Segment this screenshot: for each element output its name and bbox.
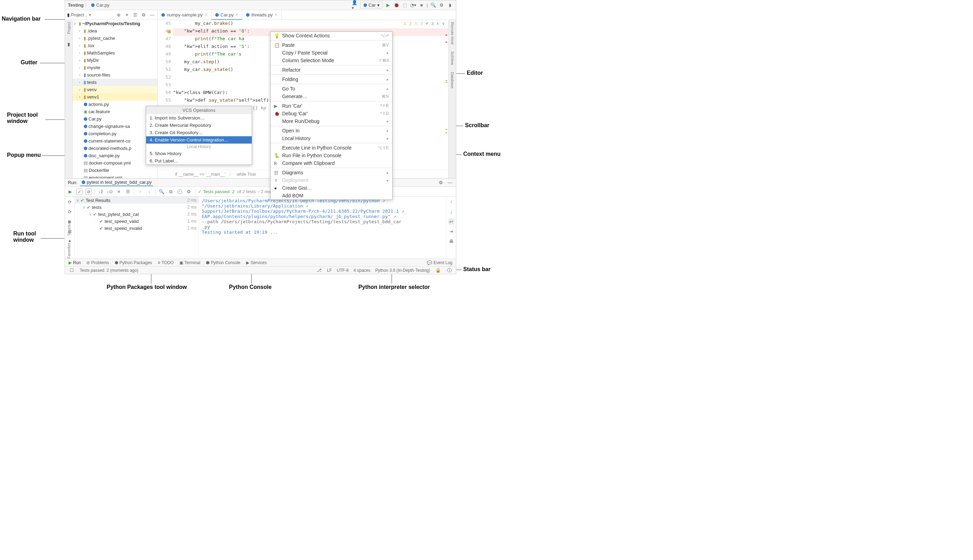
test-row[interactable]: v✔tests2 ms [75, 204, 199, 211]
problems-tool-button[interactable]: ⊘Problems [86, 260, 109, 265]
line-number[interactable]: 52 [158, 74, 173, 82]
tree-item[interactable]: ⬢disc_sample.py [73, 152, 157, 159]
project-tab[interactable]: Project [67, 22, 71, 34]
popup-item[interactable]: 4. Enable Version Control Integration… [146, 136, 252, 143]
context-menu-item[interactable]: Open In▸ [271, 127, 392, 135]
line-number[interactable]: 53 [158, 82, 173, 90]
run-session-tab[interactable]: ⬢ pytest in test_pytest_bdd_car.py [80, 179, 153, 186]
tree-item[interactable]: ›▮.tox [73, 42, 157, 49]
line-number[interactable]: 51 [158, 67, 173, 74]
context-menu-item[interactable]: Column Selection Mode⇧⌘8 [271, 57, 392, 64]
warning-marker[interactable] [445, 129, 447, 130]
scroll-button[interactable]: ⇥ [448, 228, 455, 234]
line-number[interactable]: 55 [158, 97, 173, 105]
context-menu-item[interactable]: Add BOM [271, 192, 392, 200]
line-number[interactable]: 54 [158, 90, 173, 97]
up-button[interactable]: ↑ [448, 199, 455, 205]
tree-item[interactable]: ◉car.feature [73, 108, 157, 115]
stop-button[interactable]: ■ [418, 2, 425, 8]
close-icon[interactable]: ✕ [204, 13, 208, 17]
breadcrumb-project[interactable]: Testing [68, 2, 84, 8]
tree-item[interactable]: ›▮venv1 [73, 93, 157, 101]
tree-item[interactable]: ▤docker-compose.yml [73, 159, 157, 167]
inspection-widget[interactable]: ⚠2 ⚠2 ✔3 ∧ ∨ [403, 21, 445, 26]
status-encoding[interactable]: UTF-8 [337, 268, 349, 273]
tree-item[interactable]: ›▮mysite [73, 64, 157, 71]
search-button[interactable]: 🔍 [430, 2, 436, 8]
breadcrumb[interactable]: Testing 〉 ⬢ Car.py [68, 2, 109, 8]
status-lf[interactable]: LF [327, 268, 332, 273]
tree-item[interactable]: ▤Dockerfile [73, 167, 157, 174]
tree-item[interactable]: ›▮source-files [73, 71, 157, 78]
link-icon[interactable]: ↗ [393, 214, 396, 219]
gear-icon[interactable]: ⚙ [438, 180, 444, 186]
tree-item[interactable]: ›▮.idea [73, 27, 157, 35]
popup-item[interactable]: 2. Create Mercurial Repository [146, 122, 252, 129]
test-row[interactable]: ✔test_speed_invalid1 ms [75, 225, 199, 232]
context-menu-item[interactable]: 💡Show Context Actions⌥⏎ [271, 32, 392, 40]
popup-item[interactable]: 1. Import into Subversion… [146, 114, 252, 122]
lock-icon[interactable]: 🔒 [435, 267, 441, 273]
sort-time-button[interactable]: ↓⊙ [107, 188, 113, 195]
link-icon[interactable]: ↗ [401, 208, 404, 214]
link-icon[interactable]: ↗ [306, 203, 308, 208]
tree-item[interactable]: ›▮MyDir [73, 57, 157, 64]
context-menu-item[interactable]: ⎘Compare with Clipboard [271, 159, 392, 167]
toggle-auto-button[interactable]: ⟳ [67, 208, 73, 215]
chevron-down-icon[interactable]: ▾ [89, 12, 91, 17]
context-menu-item[interactable]: 📋Paste⌘V [271, 41, 392, 49]
run-config-selector[interactable]: ⬢ Car ▾ [360, 2, 383, 8]
tree-item[interactable]: ⬢current-statement-co [73, 137, 157, 145]
down-button[interactable]: ↓ [448, 208, 455, 215]
line-number[interactable]: 49 [158, 52, 173, 59]
profile-button[interactable]: ◔▾ [410, 2, 416, 8]
run-tool-button[interactable]: ▶Run [69, 260, 81, 265]
test-row[interactable]: v✔Test Results2 ms [75, 197, 199, 204]
structure-tab[interactable]: Structure [67, 220, 71, 236]
editor-tab[interactable]: ⬢numpy-sample.py✕ [158, 10, 212, 20]
popup-item[interactable]: 6. Put Label… [146, 157, 252, 165]
context-menu-item[interactable]: Execute Line in Python Console⌥⇧E [271, 144, 392, 152]
toggle-passed-button[interactable]: ✓ [76, 188, 82, 195]
git-icon[interactable]: ⎇ [316, 267, 322, 273]
export-button[interactable]: 🔍 [158, 188, 165, 195]
crumb[interactable]: while True [237, 172, 256, 177]
console-tool-button[interactable]: ⬢Python Console [206, 260, 241, 265]
expand-button[interactable]: ≡ [116, 188, 122, 195]
todo-tool-button[interactable]: ≡TODO [158, 260, 174, 265]
context-menu-item[interactable]: ▶Run 'Car'^⇧R [271, 102, 392, 110]
next-button[interactable]: ↓ [146, 188, 152, 195]
editor-context-menu[interactable]: 💡Show Context Actions⌥⏎📋Paste⌘VCopy / Pa… [270, 32, 393, 200]
tree-item[interactable]: ⬢actions.py [73, 101, 157, 108]
warning-marker[interactable] [445, 132, 447, 133]
breakpoint-icon[interactable] [167, 30, 171, 33]
tree-item[interactable]: ⬢change-signature-sa [73, 123, 157, 130]
tool-windows-icon[interactable]: ☐ [69, 267, 75, 273]
test-row[interactable]: ✔test_speed_valid1 ms [75, 218, 199, 225]
editor-tab[interactable]: ⬢threads.py✕ [242, 10, 281, 20]
tree-item[interactable]: ›▮venv [73, 86, 157, 93]
select-opened-icon[interactable]: ⊕ [115, 12, 122, 18]
rerun-button[interactable]: ▶ [67, 188, 74, 195]
chevron-down-icon[interactable]: ∨ [442, 21, 445, 26]
warning-marker[interactable] [445, 82, 447, 83]
status-indent[interactable]: 4 spaces [353, 268, 370, 273]
services-tool-button[interactable]: ▶Services [246, 260, 267, 265]
collapse-all-icon[interactable]: ☰ [132, 12, 139, 18]
context-menu-item[interactable]: Go To▸ [271, 85, 392, 93]
close-icon[interactable]: ✕ [274, 13, 278, 17]
tree-item[interactable]: ⬢Car.py [73, 115, 157, 123]
hide-icon[interactable]: — [149, 12, 155, 18]
context-menu-item[interactable]: Copy / Paste Special▸ [271, 49, 392, 57]
tree-item[interactable]: ⬢decorated-methods.p [73, 145, 157, 152]
tree-item[interactable]: ⬢completion.py [73, 130, 157, 137]
memory-icon[interactable]: ⓘ [446, 267, 452, 273]
context-menu-item[interactable]: Folding▸ [271, 75, 392, 83]
project-root[interactable]: v▮~/PycharmProjects/Testing [73, 20, 157, 27]
user-icon[interactable]: 👤▾ [352, 2, 358, 8]
rerun-failed-button[interactable]: ⟳ [67, 199, 73, 205]
close-icon[interactable]: ✕ [235, 13, 239, 17]
tree-item[interactable]: ▤environment.yml [73, 174, 157, 178]
print-button[interactable]: 🖶 [448, 238, 455, 244]
sort-button[interactable]: ↓ẑ [97, 188, 104, 195]
